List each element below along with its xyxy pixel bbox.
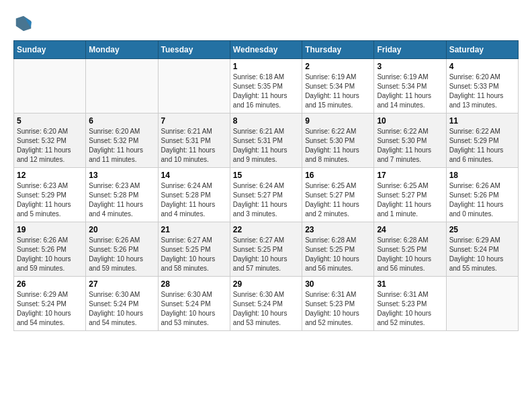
day-number-31: 31	[377, 279, 443, 289]
day-info-10: Sunrise: 6:22 AM Sunset: 5:30 PM Dayligh…	[377, 127, 443, 165]
day-number-11: 11	[449, 116, 515, 126]
day-number-23: 23	[305, 225, 371, 234]
empty-cell	[86, 59, 158, 113]
day-cell-19: 19Sunrise: 6:26 AM Sunset: 5:26 PM Dayli…	[14, 222, 86, 277]
day-info-19: Sunrise: 6:26 AM Sunset: 5:26 PM Dayligh…	[17, 236, 83, 273]
day-number-4: 4	[449, 62, 515, 71]
day-number-8: 8	[233, 116, 299, 126]
header-day-monday: Monday	[86, 41, 158, 59]
day-cell-30: 30Sunrise: 6:31 AM Sunset: 5:23 PM Dayli…	[302, 277, 374, 331]
day-cell-1: 1Sunrise: 6:18 AM Sunset: 5:35 PM Daylig…	[230, 59, 302, 113]
day-info-8: Sunrise: 6:21 AM Sunset: 5:31 PM Dayligh…	[233, 127, 299, 165]
day-number-13: 13	[89, 171, 154, 180]
day-number-1: 1	[233, 62, 299, 71]
day-info-2: Sunrise: 6:19 AM Sunset: 5:34 PM Dayligh…	[305, 73, 371, 110]
day-info-15: Sunrise: 6:24 AM Sunset: 5:27 PM Dayligh…	[233, 181, 299, 219]
day-cell-8: 8Sunrise: 6:21 AM Sunset: 5:31 PM Daylig…	[230, 113, 302, 168]
day-cell-9: 9Sunrise: 6:22 AM Sunset: 5:30 PM Daylig…	[302, 113, 374, 168]
empty-cell	[14, 59, 86, 113]
day-cell-21: 21Sunrise: 6:27 AM Sunset: 5:25 PM Dayli…	[158, 222, 230, 277]
day-info-22: Sunrise: 6:27 AM Sunset: 5:25 PM Dayligh…	[233, 236, 299, 273]
day-cell-10: 10Sunrise: 6:22 AM Sunset: 5:30 PM Dayli…	[374, 113, 446, 168]
day-cell-20: 20Sunrise: 6:26 AM Sunset: 5:26 PM Dayli…	[86, 222, 158, 277]
day-info-14: Sunrise: 6:24 AM Sunset: 5:28 PM Dayligh…	[161, 181, 227, 219]
day-info-30: Sunrise: 6:31 AM Sunset: 5:23 PM Dayligh…	[305, 290, 371, 328]
day-cell-14: 14Sunrise: 6:24 AM Sunset: 5:28 PM Dayli…	[158, 168, 230, 222]
day-info-21: Sunrise: 6:27 AM Sunset: 5:25 PM Dayligh…	[161, 236, 227, 273]
day-info-4: Sunrise: 6:20 AM Sunset: 5:33 PM Dayligh…	[449, 73, 515, 110]
day-number-2: 2	[305, 62, 371, 71]
day-number-7: 7	[161, 116, 227, 126]
empty-cell	[158, 59, 230, 113]
week-row-3: 12Sunrise: 6:23 AM Sunset: 5:29 PM Dayli…	[14, 168, 519, 222]
day-cell-11: 11Sunrise: 6:22 AM Sunset: 5:29 PM Dayli…	[446, 113, 518, 168]
day-cell-3: 3Sunrise: 6:19 AM Sunset: 5:34 PM Daylig…	[374, 59, 446, 113]
day-number-20: 20	[89, 225, 154, 234]
week-row-5: 26Sunrise: 6:29 AM Sunset: 5:24 PM Dayli…	[14, 277, 519, 331]
logo-icon	[13, 13, 34, 34]
day-cell-2: 2Sunrise: 6:19 AM Sunset: 5:34 PM Daylig…	[302, 59, 374, 113]
day-number-10: 10	[377, 116, 443, 126]
day-cell-29: 29Sunrise: 6:30 AM Sunset: 5:24 PM Dayli…	[230, 277, 302, 331]
day-number-26: 26	[17, 279, 83, 289]
day-number-30: 30	[305, 279, 371, 289]
day-info-28: Sunrise: 6:30 AM Sunset: 5:24 PM Dayligh…	[161, 290, 227, 328]
day-cell-5: 5Sunrise: 6:20 AM Sunset: 5:32 PM Daylig…	[14, 113, 86, 168]
day-info-12: Sunrise: 6:23 AM Sunset: 5:29 PM Dayligh…	[17, 181, 83, 219]
day-number-28: 28	[161, 279, 227, 289]
day-cell-24: 24Sunrise: 6:28 AM Sunset: 5:25 PM Dayli…	[374, 222, 446, 277]
day-number-19: 19	[17, 225, 83, 234]
day-info-9: Sunrise: 6:22 AM Sunset: 5:30 PM Dayligh…	[305, 127, 371, 165]
day-info-3: Sunrise: 6:19 AM Sunset: 5:34 PM Dayligh…	[377, 73, 443, 110]
day-info-5: Sunrise: 6:20 AM Sunset: 5:32 PM Dayligh…	[17, 127, 83, 165]
day-number-5: 5	[17, 116, 83, 126]
header-row: SundayMondayTuesdayWednesdayThursdayFrid…	[14, 41, 519, 59]
day-number-25: 25	[449, 225, 515, 234]
day-cell-16: 16Sunrise: 6:25 AM Sunset: 5:27 PM Dayli…	[302, 168, 374, 222]
day-info-1: Sunrise: 6:18 AM Sunset: 5:35 PM Dayligh…	[233, 73, 299, 110]
day-cell-18: 18Sunrise: 6:26 AM Sunset: 5:26 PM Dayli…	[446, 168, 518, 222]
day-info-11: Sunrise: 6:22 AM Sunset: 5:29 PM Dayligh…	[449, 127, 515, 165]
day-cell-28: 28Sunrise: 6:30 AM Sunset: 5:24 PM Dayli…	[158, 277, 230, 331]
day-cell-27: 27Sunrise: 6:30 AM Sunset: 5:24 PM Dayli…	[86, 277, 158, 331]
week-row-4: 19Sunrise: 6:26 AM Sunset: 5:26 PM Dayli…	[14, 222, 519, 277]
day-number-17: 17	[377, 171, 443, 180]
day-number-9: 9	[305, 116, 371, 126]
day-info-27: Sunrise: 6:30 AM Sunset: 5:24 PM Dayligh…	[89, 290, 154, 328]
day-cell-12: 12Sunrise: 6:23 AM Sunset: 5:29 PM Dayli…	[14, 168, 86, 222]
empty-cell	[446, 277, 518, 331]
calendar-header: SundayMondayTuesdayWednesdayThursdayFrid…	[14, 41, 519, 59]
day-number-14: 14	[161, 171, 227, 180]
header-day-friday: Friday	[374, 41, 446, 59]
calendar-body: 1Sunrise: 6:18 AM Sunset: 5:35 PM Daylig…	[14, 59, 519, 331]
day-cell-4: 4Sunrise: 6:20 AM Sunset: 5:33 PM Daylig…	[446, 59, 518, 113]
header-day-sunday: Sunday	[14, 41, 86, 59]
day-info-7: Sunrise: 6:21 AM Sunset: 5:31 PM Dayligh…	[161, 127, 227, 165]
day-number-12: 12	[17, 171, 83, 180]
header-day-thursday: Thursday	[302, 41, 374, 59]
day-info-6: Sunrise: 6:20 AM Sunset: 5:32 PM Dayligh…	[89, 127, 154, 165]
day-info-31: Sunrise: 6:31 AM Sunset: 5:23 PM Dayligh…	[377, 290, 443, 328]
page-header	[13, 13, 519, 34]
day-cell-23: 23Sunrise: 6:28 AM Sunset: 5:25 PM Dayli…	[302, 222, 374, 277]
day-cell-31: 31Sunrise: 6:31 AM Sunset: 5:23 PM Dayli…	[374, 277, 446, 331]
day-cell-17: 17Sunrise: 6:25 AM Sunset: 5:27 PM Dayli…	[374, 168, 446, 222]
day-info-16: Sunrise: 6:25 AM Sunset: 5:27 PM Dayligh…	[305, 181, 371, 219]
day-info-24: Sunrise: 6:28 AM Sunset: 5:25 PM Dayligh…	[377, 236, 443, 273]
day-number-29: 29	[233, 279, 299, 289]
day-number-21: 21	[161, 225, 227, 234]
day-number-16: 16	[305, 171, 371, 180]
day-info-18: Sunrise: 6:26 AM Sunset: 5:26 PM Dayligh…	[449, 181, 515, 219]
day-info-17: Sunrise: 6:25 AM Sunset: 5:27 PM Dayligh…	[377, 181, 443, 219]
day-cell-26: 26Sunrise: 6:29 AM Sunset: 5:24 PM Dayli…	[14, 277, 86, 331]
day-info-20: Sunrise: 6:26 AM Sunset: 5:26 PM Dayligh…	[89, 236, 154, 273]
day-info-26: Sunrise: 6:29 AM Sunset: 5:24 PM Dayligh…	[17, 290, 83, 328]
calendar-table: SundayMondayTuesdayWednesdayThursdayFrid…	[13, 40, 519, 331]
day-info-25: Sunrise: 6:29 AM Sunset: 5:24 PM Dayligh…	[449, 236, 515, 273]
header-day-tuesday: Tuesday	[158, 41, 230, 59]
day-cell-25: 25Sunrise: 6:29 AM Sunset: 5:24 PM Dayli…	[446, 222, 518, 277]
day-cell-15: 15Sunrise: 6:24 AM Sunset: 5:27 PM Dayli…	[230, 168, 302, 222]
day-info-23: Sunrise: 6:28 AM Sunset: 5:25 PM Dayligh…	[305, 236, 371, 273]
header-day-wednesday: Wednesday	[230, 41, 302, 59]
day-number-27: 27	[89, 279, 154, 289]
